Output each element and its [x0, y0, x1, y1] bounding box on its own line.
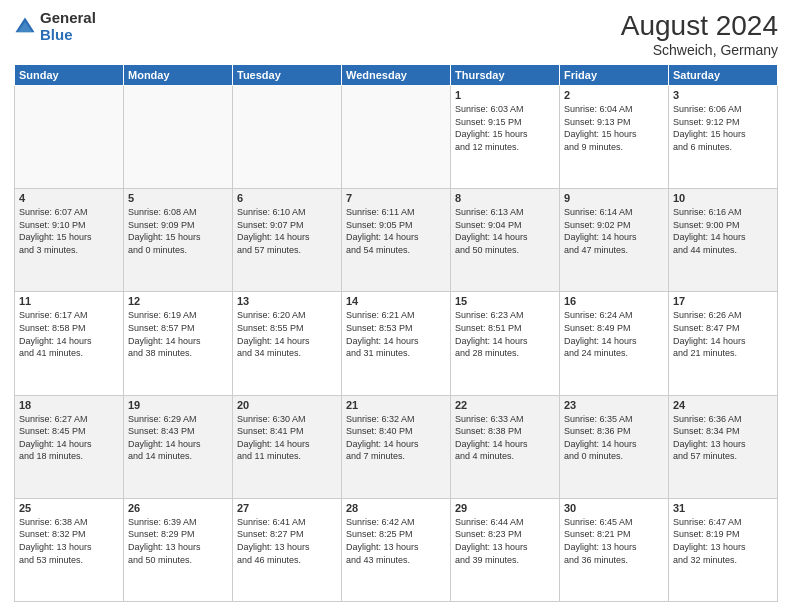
day-info: Sunrise: 6:21 AM Sunset: 8:53 PM Dayligh…	[346, 309, 446, 359]
title-block: August 2024 Schweich, Germany	[621, 10, 778, 58]
table-row: 6Sunrise: 6:10 AM Sunset: 9:07 PM Daylig…	[233, 189, 342, 292]
day-info: Sunrise: 6:35 AM Sunset: 8:36 PM Dayligh…	[564, 413, 664, 463]
logo-icon	[14, 16, 36, 38]
day-info: Sunrise: 6:14 AM Sunset: 9:02 PM Dayligh…	[564, 206, 664, 256]
day-info: Sunrise: 6:11 AM Sunset: 9:05 PM Dayligh…	[346, 206, 446, 256]
day-info: Sunrise: 6:47 AM Sunset: 8:19 PM Dayligh…	[673, 516, 773, 566]
day-number: 18	[19, 399, 119, 411]
table-row: 19Sunrise: 6:29 AM Sunset: 8:43 PM Dayli…	[124, 395, 233, 498]
day-info: Sunrise: 6:08 AM Sunset: 9:09 PM Dayligh…	[128, 206, 228, 256]
day-info: Sunrise: 6:29 AM Sunset: 8:43 PM Dayligh…	[128, 413, 228, 463]
table-row: 30Sunrise: 6:45 AM Sunset: 8:21 PM Dayli…	[560, 498, 669, 601]
day-info: Sunrise: 6:04 AM Sunset: 9:13 PM Dayligh…	[564, 103, 664, 153]
table-row: 12Sunrise: 6:19 AM Sunset: 8:57 PM Dayli…	[124, 292, 233, 395]
day-number: 22	[455, 399, 555, 411]
day-number: 11	[19, 295, 119, 307]
day-number: 5	[128, 192, 228, 204]
day-number: 29	[455, 502, 555, 514]
day-number: 25	[19, 502, 119, 514]
day-number: 20	[237, 399, 337, 411]
table-row: 5Sunrise: 6:08 AM Sunset: 9:09 PM Daylig…	[124, 189, 233, 292]
day-number: 1	[455, 89, 555, 101]
table-row: 22Sunrise: 6:33 AM Sunset: 8:38 PM Dayli…	[451, 395, 560, 498]
day-number: 2	[564, 89, 664, 101]
day-number: 9	[564, 192, 664, 204]
day-info: Sunrise: 6:39 AM Sunset: 8:29 PM Dayligh…	[128, 516, 228, 566]
col-tuesday: Tuesday	[233, 65, 342, 86]
table-row: 31Sunrise: 6:47 AM Sunset: 8:19 PM Dayli…	[669, 498, 778, 601]
day-number: 16	[564, 295, 664, 307]
table-row: 11Sunrise: 6:17 AM Sunset: 8:58 PM Dayli…	[15, 292, 124, 395]
day-number: 13	[237, 295, 337, 307]
day-info: Sunrise: 6:07 AM Sunset: 9:10 PM Dayligh…	[19, 206, 119, 256]
table-row: 20Sunrise: 6:30 AM Sunset: 8:41 PM Dayli…	[233, 395, 342, 498]
day-info: Sunrise: 6:33 AM Sunset: 8:38 PM Dayligh…	[455, 413, 555, 463]
day-number: 30	[564, 502, 664, 514]
table-row: 9Sunrise: 6:14 AM Sunset: 9:02 PM Daylig…	[560, 189, 669, 292]
table-row: 7Sunrise: 6:11 AM Sunset: 9:05 PM Daylig…	[342, 189, 451, 292]
table-row: 2Sunrise: 6:04 AM Sunset: 9:13 PM Daylig…	[560, 86, 669, 189]
calendar-week-row: 18Sunrise: 6:27 AM Sunset: 8:45 PM Dayli…	[15, 395, 778, 498]
day-number: 6	[237, 192, 337, 204]
day-number: 24	[673, 399, 773, 411]
day-number: 31	[673, 502, 773, 514]
table-row	[15, 86, 124, 189]
table-row: 18Sunrise: 6:27 AM Sunset: 8:45 PM Dayli…	[15, 395, 124, 498]
day-info: Sunrise: 6:44 AM Sunset: 8:23 PM Dayligh…	[455, 516, 555, 566]
calendar-week-row: 4Sunrise: 6:07 AM Sunset: 9:10 PM Daylig…	[15, 189, 778, 292]
table-row: 13Sunrise: 6:20 AM Sunset: 8:55 PM Dayli…	[233, 292, 342, 395]
day-info: Sunrise: 6:19 AM Sunset: 8:57 PM Dayligh…	[128, 309, 228, 359]
table-row: 16Sunrise: 6:24 AM Sunset: 8:49 PM Dayli…	[560, 292, 669, 395]
day-number: 7	[346, 192, 446, 204]
day-number: 23	[564, 399, 664, 411]
table-row: 28Sunrise: 6:42 AM Sunset: 8:25 PM Dayli…	[342, 498, 451, 601]
table-row: 23Sunrise: 6:35 AM Sunset: 8:36 PM Dayli…	[560, 395, 669, 498]
col-saturday: Saturday	[669, 65, 778, 86]
page: General Blue August 2024 Schweich, Germa…	[0, 0, 792, 612]
day-number: 3	[673, 89, 773, 101]
day-number: 10	[673, 192, 773, 204]
day-info: Sunrise: 6:06 AM Sunset: 9:12 PM Dayligh…	[673, 103, 773, 153]
day-number: 4	[19, 192, 119, 204]
day-number: 21	[346, 399, 446, 411]
day-number: 28	[346, 502, 446, 514]
logo: General Blue	[14, 10, 96, 43]
table-row: 24Sunrise: 6:36 AM Sunset: 8:34 PM Dayli…	[669, 395, 778, 498]
col-wednesday: Wednesday	[342, 65, 451, 86]
table-row: 15Sunrise: 6:23 AM Sunset: 8:51 PM Dayli…	[451, 292, 560, 395]
table-row	[124, 86, 233, 189]
day-info: Sunrise: 6:17 AM Sunset: 8:58 PM Dayligh…	[19, 309, 119, 359]
calendar-week-row: 1Sunrise: 6:03 AM Sunset: 9:15 PM Daylig…	[15, 86, 778, 189]
location: Schweich, Germany	[621, 42, 778, 58]
day-info: Sunrise: 6:16 AM Sunset: 9:00 PM Dayligh…	[673, 206, 773, 256]
table-row: 25Sunrise: 6:38 AM Sunset: 8:32 PM Dayli…	[15, 498, 124, 601]
day-number: 17	[673, 295, 773, 307]
table-row: 21Sunrise: 6:32 AM Sunset: 8:40 PM Dayli…	[342, 395, 451, 498]
logo-text: General Blue	[40, 10, 96, 43]
calendar-week-row: 11Sunrise: 6:17 AM Sunset: 8:58 PM Dayli…	[15, 292, 778, 395]
calendar-header-row: Sunday Monday Tuesday Wednesday Thursday…	[15, 65, 778, 86]
logo-general-label: General	[40, 10, 96, 27]
col-sunday: Sunday	[15, 65, 124, 86]
day-info: Sunrise: 6:30 AM Sunset: 8:41 PM Dayligh…	[237, 413, 337, 463]
day-info: Sunrise: 6:03 AM Sunset: 9:15 PM Dayligh…	[455, 103, 555, 153]
day-info: Sunrise: 6:45 AM Sunset: 8:21 PM Dayligh…	[564, 516, 664, 566]
table-row: 17Sunrise: 6:26 AM Sunset: 8:47 PM Dayli…	[669, 292, 778, 395]
day-info: Sunrise: 6:38 AM Sunset: 8:32 PM Dayligh…	[19, 516, 119, 566]
day-number: 12	[128, 295, 228, 307]
day-number: 27	[237, 502, 337, 514]
table-row: 14Sunrise: 6:21 AM Sunset: 8:53 PM Dayli…	[342, 292, 451, 395]
day-info: Sunrise: 6:26 AM Sunset: 8:47 PM Dayligh…	[673, 309, 773, 359]
table-row: 1Sunrise: 6:03 AM Sunset: 9:15 PM Daylig…	[451, 86, 560, 189]
day-info: Sunrise: 6:24 AM Sunset: 8:49 PM Dayligh…	[564, 309, 664, 359]
table-row	[342, 86, 451, 189]
day-info: Sunrise: 6:36 AM Sunset: 8:34 PM Dayligh…	[673, 413, 773, 463]
day-info: Sunrise: 6:13 AM Sunset: 9:04 PM Dayligh…	[455, 206, 555, 256]
col-thursday: Thursday	[451, 65, 560, 86]
day-info: Sunrise: 6:27 AM Sunset: 8:45 PM Dayligh…	[19, 413, 119, 463]
table-row: 27Sunrise: 6:41 AM Sunset: 8:27 PM Dayli…	[233, 498, 342, 601]
table-row: 29Sunrise: 6:44 AM Sunset: 8:23 PM Dayli…	[451, 498, 560, 601]
day-info: Sunrise: 6:32 AM Sunset: 8:40 PM Dayligh…	[346, 413, 446, 463]
table-row: 4Sunrise: 6:07 AM Sunset: 9:10 PM Daylig…	[15, 189, 124, 292]
day-info: Sunrise: 6:10 AM Sunset: 9:07 PM Dayligh…	[237, 206, 337, 256]
